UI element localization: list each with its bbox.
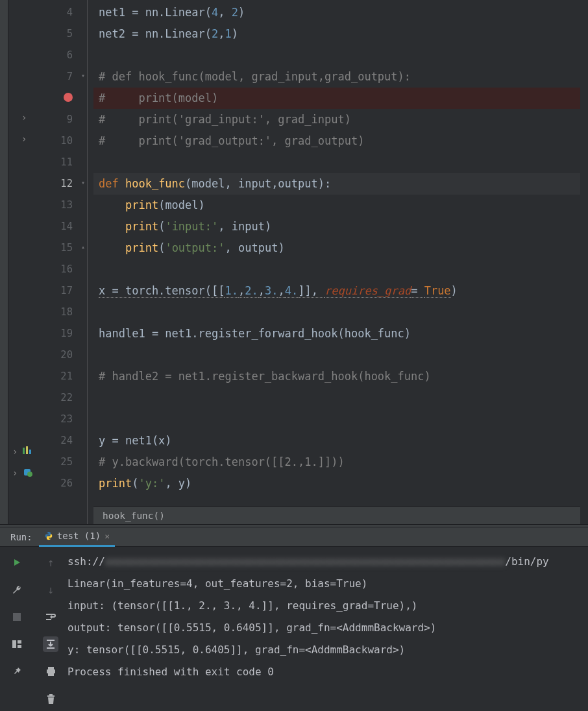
line-number[interactable]: 4 [36, 2, 87, 23]
run-toolbar: ↑ ↓ [0, 547, 67, 711]
code-line[interactable]: y = net1(x) [93, 430, 588, 452]
breakpoint-icon[interactable] [64, 93, 73, 102]
fold-icon[interactable]: ▾ [77, 72, 85, 80]
stop-button[interactable] [9, 609, 25, 625]
soft-wrap-icon[interactable] [43, 609, 58, 625]
code-line[interactable]: print('output:', output) [93, 237, 588, 259]
line-number[interactable]: 14 [36, 216, 87, 237]
svg-point-4 [27, 472, 32, 477]
sidebar-collapsed: › › › › [8, 0, 36, 524]
line-number[interactable]: 16 [36, 259, 87, 280]
line-number[interactable]: 23 [36, 409, 87, 430]
chevron-right-icon[interactable]: › [12, 446, 18, 457]
wrench-icon[interactable] [9, 582, 25, 597]
python-struct-icon[interactable] [23, 468, 33, 479]
code-line[interactable] [93, 344, 588, 366]
code-line[interactable]: # y.backward(torch.tensor([[2.,1.]])) [93, 452, 588, 473]
code-line[interactable]: def hook_func(model, input,output): [93, 173, 588, 195]
svg-rect-6 [12, 640, 16, 648]
run-label: Run: [0, 532, 39, 542]
console-line: Process finished with exit code 0 [67, 661, 588, 683]
run-body: ↑ ↓ ssh://xxxxxxxxxxxxxxxxxxxxxxxxxxxxxx… [0, 547, 588, 711]
code-line[interactable]: # handle2 = net1.register_backward_hook(… [93, 366, 588, 387]
code-line[interactable]: net1 = nn.Linear(4, 2) [93, 2, 588, 23]
scroll-to-end-icon[interactable] [43, 636, 58, 652]
console-line: Linear(in_features=4, out_features=2, bi… [67, 573, 588, 595]
code-line[interactable] [93, 45, 588, 66]
code-editor[interactable]: net1 = nn.Linear(4, 2)net2 = nn.Linear(2… [93, 0, 588, 524]
tool-window-bar-left[interactable] [0, 0, 8, 524]
breadcrumb-item[interactable]: hook_func() [103, 511, 165, 521]
line-number[interactable]: 7▾ [36, 66, 87, 88]
run-tool-header: Run: test (1) × [0, 527, 588, 547]
rerun-button[interactable] [9, 555, 25, 570]
line-number[interactable]: 21 [36, 366, 87, 387]
line-number[interactable]: 26 [36, 473, 87, 494]
code-line[interactable] [93, 152, 588, 173]
console-line: y: tensor([[0.5515, 0.6405]], grad_fn=<A… [67, 639, 588, 661]
line-number[interactable]: 24 [36, 430, 87, 452]
chevron-right-icon[interactable]: › [21, 112, 27, 123]
code-line[interactable]: x = torch.tensor([[1.,2.,3.,4.]], requir… [93, 280, 588, 302]
code-line[interactable]: print(model) [93, 195, 588, 216]
code-line[interactable]: # print(model) [93, 88, 588, 109]
svg-rect-9 [48, 667, 54, 669]
layout-button[interactable] [9, 636, 25, 652]
code-line[interactable] [93, 409, 588, 430]
run-config-tab[interactable]: test (1) × [39, 527, 115, 547]
svg-rect-5 [13, 613, 21, 621]
svg-rect-1 [26, 446, 28, 454]
up-arrow-icon[interactable]: ↑ [43, 555, 58, 570]
line-number[interactable]: 20 [36, 344, 87, 366]
gutter[interactable]: 4567▾89101112▾131415▴1617181920212223242… [36, 0, 87, 524]
code-line[interactable]: handle1 = net1.register_forward_hook(hoo… [93, 323, 588, 344]
breadcrumb[interactable]: hook_func() [93, 506, 588, 524]
line-number[interactable]: 9 [36, 109, 87, 130]
code-line[interactable]: # print('grad_input:', grad_input) [93, 109, 588, 130]
run-tool-window: Run: test (1) × [0, 527, 588, 711]
line-number[interactable]: 17 [36, 280, 87, 302]
code-line[interactable]: print('input:', input) [93, 216, 588, 237]
chevron-right-icon[interactable]: › [21, 134, 27, 144]
print-icon[interactable] [43, 664, 58, 679]
code-line[interactable]: # print('grad_output:', grad_output) [93, 130, 588, 152]
code-line[interactable]: print('y:', y) [93, 473, 588, 494]
fold-icon[interactable]: ▴ [77, 243, 85, 251]
line-number[interactable]: 25 [36, 452, 87, 473]
structure-icon[interactable] [23, 446, 33, 458]
line-number[interactable]: 18 [36, 302, 87, 323]
console-line: input: (tensor([[1., 2., 3., 4.]], requi… [67, 595, 588, 617]
line-number[interactable]: 12▾ [36, 173, 87, 195]
close-icon[interactable]: × [104, 531, 110, 541]
editor-scrollbar[interactable] [580, 0, 588, 524]
line-number[interactable]: 10 [36, 130, 87, 152]
line-number[interactable]: 8 [36, 88, 87, 109]
code-line[interactable] [93, 387, 588, 409]
line-number[interactable]: 13 [36, 195, 87, 216]
pin-icon[interactable] [9, 664, 25, 679]
line-number[interactable]: 19 [36, 323, 87, 344]
svg-rect-7 [18, 640, 21, 644]
svg-rect-8 [18, 645, 21, 648]
python-icon [44, 531, 53, 540]
trash-icon[interactable] [43, 691, 58, 706]
line-number[interactable]: 5 [36, 23, 87, 45]
svg-rect-2 [29, 450, 31, 454]
line-number[interactable]: 22 [36, 387, 87, 409]
fold-icon[interactable]: ▾ [77, 179, 85, 187]
code-line[interactable] [93, 302, 588, 323]
line-number[interactable]: 6 [36, 45, 87, 66]
run-tab-label: test (1) [57, 531, 101, 541]
down-arrow-icon[interactable]: ↓ [43, 582, 58, 597]
line-number[interactable]: 15▴ [36, 237, 87, 259]
code-line[interactable]: # def hook_func(model, grad_input,grad_o… [93, 66, 588, 88]
svg-rect-13 [49, 694, 53, 695]
svg-rect-0 [23, 448, 25, 454]
code-line[interactable] [93, 259, 588, 280]
console-output[interactable]: ssh://xxxxxxxxxxxxxxxxxxxxxxxxxxxxxxxxxx… [67, 547, 588, 711]
line-number[interactable]: 11 [36, 152, 87, 173]
console-line: output: tensor([[0.5515, 0.6405]], grad_… [67, 617, 588, 639]
chevron-right-icon[interactable]: › [12, 468, 18, 478]
code-line[interactable]: net2 = nn.Linear(2,1) [93, 23, 588, 45]
editor-area: › › › › 4567▾89101112▾131415▴16171819202… [0, 0, 588, 524]
